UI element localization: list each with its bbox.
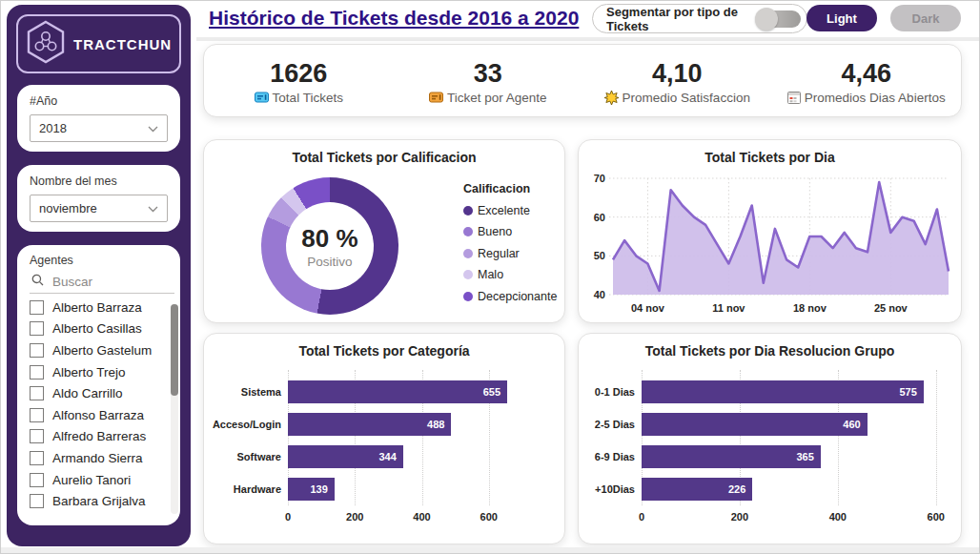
bar-plot: 575460365226 — [642, 376, 946, 505]
checkbox-icon[interactable] — [30, 408, 44, 422]
toggle-knob[interactable] — [755, 8, 778, 31]
legend-dot-icon — [463, 249, 473, 258]
agents-search-input[interactable] — [51, 274, 159, 290]
donut-ring[interactable]: 80 % Positivo — [261, 177, 398, 315]
legend-item[interactable]: Excelente — [463, 204, 557, 217]
bar[interactable]: 575 — [642, 380, 924, 403]
month-filter-label: Nombre del mes — [30, 174, 168, 188]
dashboard: TRACTCHUN #Año 2018 Nombre del mes novie… — [0, 0, 980, 554]
legend-dot-icon — [463, 206, 473, 215]
axis-tick-label: 200 — [346, 511, 363, 523]
checkbox-icon[interactable] — [30, 386, 44, 400]
bar-labels: 0-1 Dias2-5 Dias6-9 Dias+10Dias — [590, 376, 642, 505]
bar-category-label: 6-9 Dias — [590, 441, 642, 473]
brand-name: TRACTCHUN — [73, 36, 172, 52]
legend-item[interactable]: Bueno — [463, 225, 557, 238]
line-chart[interactable]: 4050607004 nov11 nov18 nov25 nov — [584, 165, 958, 323]
kpi-value: 1626 — [270, 60, 327, 87]
bar-axis: 0200400600 — [288, 505, 549, 524]
agent-name: Alfonso Barraza — [52, 408, 144, 422]
scrollbar-thumb[interactable] — [171, 304, 178, 396]
bar-row: 575 — [642, 376, 946, 408]
legend-dot-icon — [463, 270, 473, 279]
checkbox-icon[interactable] — [30, 494, 44, 508]
agent-row[interactable]: Alberto Casillas — [30, 318, 174, 340]
axis-tick-label: 600 — [928, 511, 945, 523]
agent-name: Barbara Grijalva — [52, 494, 146, 508]
bar[interactable]: 344 — [288, 445, 403, 468]
agent-row[interactable]: Alberto Gastelum — [30, 339, 174, 361]
svg-text:50: 50 — [594, 250, 605, 261]
bar[interactable]: 655 — [288, 380, 507, 403]
search-icon — [31, 273, 44, 290]
toggle-switch-icon[interactable] — [753, 8, 803, 31]
agent-row[interactable]: Alfonso Barraza — [30, 404, 174, 426]
bar[interactable]: 460 — [642, 413, 868, 436]
agents-filter-card: Agentes Alberto BarrazaAlberto CasillasA… — [17, 245, 180, 525]
bar-value-label: 139 — [310, 483, 327, 495]
axis-tick-label: 400 — [413, 511, 430, 523]
bar-category-label: 0-1 Dias — [590, 376, 642, 408]
sidebar: TRACTCHUN #Año 2018 Nombre del mes novie… — [7, 5, 191, 546]
bar-chart-cat: Total Tickets por Categoría SistemaAcces… — [203, 333, 565, 544]
checkbox-icon[interactable] — [30, 343, 44, 358]
legend-item[interactable]: Malo — [463, 268, 557, 281]
chevron-down-icon — [148, 201, 158, 215]
checkbox-icon[interactable] — [30, 473, 44, 487]
year-select[interactable]: 2018 — [30, 114, 168, 142]
brand-logo: TRACTCHUN — [16, 14, 181, 73]
bar[interactable]: 365 — [642, 445, 821, 468]
checkbox-icon[interactable] — [30, 300, 44, 315]
agent-name: Armando Sierra — [52, 451, 143, 465]
agent-row[interactable]: Alfredo Barreras — [30, 426, 174, 448]
chart-title: Total Tickets por Calificacion — [204, 150, 564, 165]
checkbox-icon[interactable] — [30, 365, 44, 380]
month-filter-card: Nombre del mes noviembre — [17, 165, 180, 232]
agents-scrollbar[interactable] — [171, 304, 178, 514]
agent-row[interactable]: Aurelio Tanori — [30, 469, 174, 491]
checkbox-icon[interactable] — [30, 451, 44, 465]
legend-label: Malo — [478, 268, 503, 281]
legend-item[interactable]: Decepcionante — [463, 290, 557, 303]
bar[interactable]: 488 — [288, 413, 451, 436]
chevron-down-icon — [148, 121, 158, 135]
agent-name: Alfredo Barreras — [52, 429, 146, 443]
bar-row: 344 — [288, 441, 549, 473]
legend-item[interactable]: Regular — [463, 247, 557, 260]
window-edge — [1, 547, 979, 553]
star-icon — [604, 91, 619, 105]
bar-row: 488 — [288, 408, 549, 441]
bar[interactable]: 226 — [642, 478, 752, 501]
chart-title: Total Tickets por Categoría — [204, 343, 564, 359]
kpi-value: 4,46 — [841, 60, 891, 87]
agent-row[interactable]: Armando Sierra — [30, 447, 174, 469]
ticket-orange-icon — [429, 92, 443, 103]
kpi: 4,10Promedio Satisfaccion — [582, 45, 772, 116]
segment-toggle-label: Segmentar por tipo de Tickets — [606, 5, 753, 33]
light-theme-button[interactable]: Light — [806, 5, 877, 31]
checkbox-icon[interactable] — [30, 321, 44, 336]
agent-row[interactable]: Aldo Carrillo — [30, 382, 174, 404]
bar-category-label: 2-5 Dias — [590, 408, 642, 441]
agents-filter-label: Agentes — [30, 254, 174, 267]
checkbox-icon[interactable] — [30, 429, 44, 443]
agent-row[interactable]: Alberto Trejo — [30, 361, 174, 383]
agent-row[interactable]: Alberto Barraza — [30, 297, 174, 318]
bar-category-label: Hardware — [215, 473, 288, 505]
agents-list: Alberto BarrazaAlberto CasillasAlberto G… — [30, 297, 174, 512]
kpi-label: Ticket por Agente — [447, 91, 547, 105]
bar[interactable]: 139 — [288, 478, 335, 501]
donut-center-value: 80 % — [301, 224, 357, 254]
bar-value-label: 460 — [843, 419, 860, 430]
axis-tick-label: 200 — [731, 511, 748, 523]
year-filter-label: #Año — [30, 94, 168, 108]
legend-dot-icon — [463, 227, 473, 236]
agent-row[interactable]: Barbara Grijalva — [30, 490, 174, 512]
hexagon-logo-icon — [26, 20, 66, 68]
svg-text:18 nov: 18 nov — [793, 302, 827, 314]
svg-text:40: 40 — [594, 289, 605, 300]
line-chart-card: Total Tickets por Dia 4050607004 nov11 n… — [578, 139, 962, 323]
dark-theme-button[interactable]: Dark — [890, 5, 961, 31]
segment-toggle[interactable]: Segmentar por tipo de Tickets — [592, 4, 807, 33]
month-select[interactable]: noviembre — [30, 195, 168, 222]
